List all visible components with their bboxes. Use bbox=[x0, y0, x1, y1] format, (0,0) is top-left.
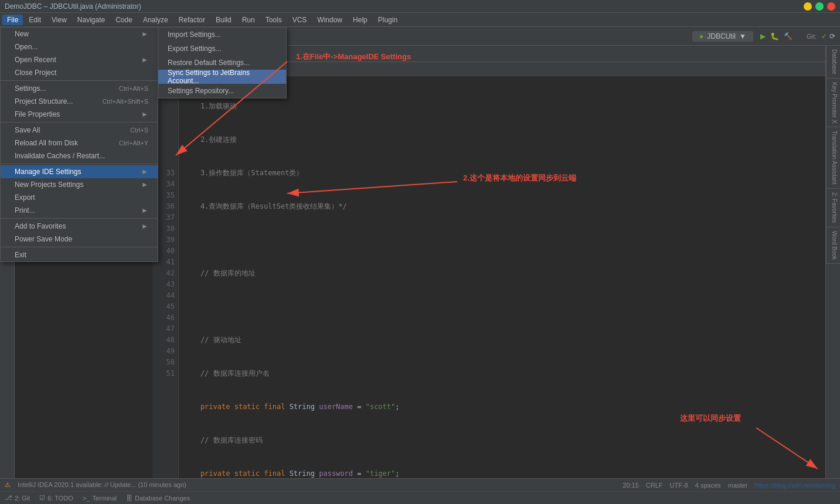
code-line: private static final String userName = "… bbox=[183, 401, 821, 413]
code-line bbox=[183, 301, 821, 312]
right-tab-database[interactable]: Database bbox=[826, 46, 840, 79]
git-merge-icon[interactable]: ⟳ bbox=[829, 32, 835, 40]
menu-refactor[interactable]: Refactor bbox=[174, 15, 210, 25]
menu-plugin[interactable]: Plugin bbox=[373, 15, 402, 25]
manage-ide-arrow-icon: ► bbox=[141, 168, 148, 176]
encoding[interactable]: UTF-8 bbox=[670, 482, 688, 489]
separator-1 bbox=[1, 80, 158, 81]
menu-item-project-structure[interactable]: Project Structure... Ctrl+Alt+Shift+S bbox=[1, 95, 158, 108]
git-checkmark-icon[interactable]: ✓ bbox=[821, 32, 827, 40]
separator-4 bbox=[1, 218, 158, 219]
menu-vcs[interactable]: VCS bbox=[288, 15, 312, 25]
git-label: Git: bbox=[807, 33, 817, 40]
print-arrow-icon: ► bbox=[141, 206, 148, 214]
save-all-shortcut: Ctrl+S bbox=[130, 127, 148, 134]
import-settings-label: Import Settings... bbox=[168, 30, 221, 39]
todo-panel-btn[interactable]: ☑ 6: TODO bbox=[39, 494, 73, 502]
run-icon[interactable]: ▶ bbox=[760, 32, 766, 40]
menu-item-exit[interactable]: Exit bbox=[1, 248, 158, 261]
submenu-item-sync[interactable]: Sync Settings to JetBrains Account... bbox=[158, 70, 286, 84]
menu-item-new-projects[interactable]: New Projects Settings ► bbox=[1, 178, 158, 191]
manage-ide-submenu: Import Settings... Export Settings... Re… bbox=[158, 27, 287, 98]
build-icon[interactable]: 🔨 bbox=[784, 32, 793, 40]
menu-item-new[interactable]: New ► bbox=[1, 28, 158, 40]
db-changes-panel-btn[interactable]: 🗄 Database Changes bbox=[126, 495, 190, 502]
bottom-bar: ⎇ 2: Git ☑ 6: TODO >_ Terminal 🗄 Databas… bbox=[0, 491, 840, 504]
git-label-bottom: 2: Git bbox=[15, 495, 30, 502]
code-line: 1.加载驱动 bbox=[183, 101, 821, 112]
submenu-item-restore[interactable]: Restore Default Settings... bbox=[158, 56, 286, 70]
menu-item-manage-ide[interactable]: Manage IDE Settings ► bbox=[1, 165, 158, 178]
menu-navigate[interactable]: Navigate bbox=[73, 15, 110, 25]
menu-item-settings[interactable]: Settings... Ctrl+Alt+S bbox=[1, 82, 158, 95]
menu-item-add-favorites[interactable]: Add to Favorites ► bbox=[1, 220, 158, 233]
menu-item-close-project[interactable]: Close Project bbox=[1, 66, 158, 79]
minimize-button[interactable] bbox=[804, 2, 812, 11]
menu-run[interactable]: Run bbox=[237, 15, 260, 25]
settings-label: Settings... bbox=[15, 84, 46, 93]
print-label: Print... bbox=[15, 206, 35, 214]
right-tab-favorites[interactable]: 2: Favorites bbox=[826, 189, 840, 227]
code-content[interactable]: 1.加载驱动 2.创建连接 3.操作数据库（Statement类） 4.查询数据… bbox=[179, 76, 825, 478]
todo-label: 6: TODO bbox=[47, 495, 73, 502]
project-selector[interactable]: ● JDBCUtil ▼ bbox=[692, 31, 753, 42]
code-line: // 数据库的地址 bbox=[183, 268, 821, 279]
menu-edit[interactable]: Edit bbox=[24, 15, 46, 25]
menu-window[interactable]: Window bbox=[312, 15, 347, 25]
menu-item-reload[interactable]: Reload All from Disk Ctrl+Alt+Y bbox=[1, 137, 158, 149]
title-text: DemoJDBC – JDBCUtil.java (Administrator) bbox=[5, 2, 141, 11]
menu-item-open[interactable]: Open... bbox=[1, 40, 158, 53]
open-recent-arrow-icon: ► bbox=[141, 56, 148, 64]
submenu-item-export[interactable]: Export Settings... bbox=[158, 42, 286, 56]
status-bar: ⚠ IntelliJ IDEA 2020.1 available: // Upd… bbox=[0, 478, 840, 491]
menu-item-save-all[interactable]: Save All Ctrl+S bbox=[1, 124, 158, 137]
menu-item-open-recent[interactable]: Open Recent ► bbox=[1, 53, 158, 66]
line-ending[interactable]: CRLF bbox=[646, 482, 663, 489]
right-tab-translation[interactable]: Translation Assistant bbox=[826, 127, 840, 189]
menu-tools[interactable]: Tools bbox=[261, 15, 287, 25]
menu-analyze[interactable]: Analyze bbox=[138, 15, 173, 25]
submenu-item-repo[interactable]: Settings Repository... bbox=[158, 84, 286, 98]
right-tab-word-book[interactable]: Word Book bbox=[826, 227, 840, 264]
open-label: Open... bbox=[15, 43, 38, 51]
menu-bar: File Edit View Navigate Code Analyze Ref… bbox=[0, 13, 840, 27]
menu-help[interactable]: Help bbox=[348, 15, 372, 25]
menu-item-file-properties[interactable]: File Properties ► bbox=[1, 108, 158, 121]
project-icon: ● bbox=[699, 32, 703, 40]
close-button[interactable] bbox=[827, 2, 835, 11]
project-structure-shortcut: Ctrl+Alt+Shift+S bbox=[102, 98, 148, 105]
menu-file[interactable]: File bbox=[2, 15, 23, 25]
menu-code[interactable]: Code bbox=[111, 15, 137, 25]
branch: master bbox=[728, 482, 748, 489]
project-name: JDBCUtil bbox=[707, 32, 736, 40]
db-changes-label: Database Changes bbox=[135, 495, 190, 502]
todo-icon: ☑ bbox=[39, 494, 45, 502]
menu-item-export[interactable]: Export bbox=[1, 191, 158, 204]
code-line bbox=[183, 234, 821, 246]
menu-item-invalidate[interactable]: Invalidate Caches / Restart... bbox=[1, 149, 158, 162]
menu-build[interactable]: Build bbox=[211, 15, 236, 25]
maximize-button[interactable] bbox=[815, 2, 824, 11]
debug-icon[interactable]: 🐛 bbox=[770, 32, 779, 40]
menu-item-power-save[interactable]: Power Save Mode bbox=[1, 233, 158, 246]
restore-default-label: Restore Default Settings... bbox=[168, 59, 250, 67]
position-display: 20:15 bbox=[623, 482, 639, 489]
manage-ide-label: Manage IDE Settings bbox=[15, 168, 81, 176]
indent[interactable]: 4 spaces bbox=[695, 482, 721, 489]
separator-2 bbox=[1, 122, 158, 122]
toolbar-actions: ▶ 🐛 🔨 bbox=[760, 32, 793, 40]
separator-5 bbox=[1, 247, 158, 247]
user-link[interactable]: https://blog.csdn.net/daming bbox=[754, 482, 835, 489]
terminal-panel-btn[interactable]: >_ Terminal bbox=[83, 495, 117, 502]
terminal-label: Terminal bbox=[92, 495, 117, 502]
right-tab-key-promoter[interactable]: Key Promoter X bbox=[826, 79, 840, 128]
code-line: // 驱动地址 bbox=[183, 335, 821, 346]
git-panel-btn[interactable]: ⎇ 2: Git bbox=[5, 494, 30, 502]
menu-item-print[interactable]: Print... ► bbox=[1, 204, 158, 217]
title-controls bbox=[804, 2, 835, 11]
warning-icon: ⚠ bbox=[5, 481, 11, 489]
menu-view[interactable]: View bbox=[47, 15, 72, 25]
code-line: private static final String password = "… bbox=[183, 468, 821, 478]
submenu-item-import[interactable]: Import Settings... bbox=[158, 28, 286, 42]
invalidate-label: Invalidate Caches / Restart... bbox=[15, 152, 105, 160]
